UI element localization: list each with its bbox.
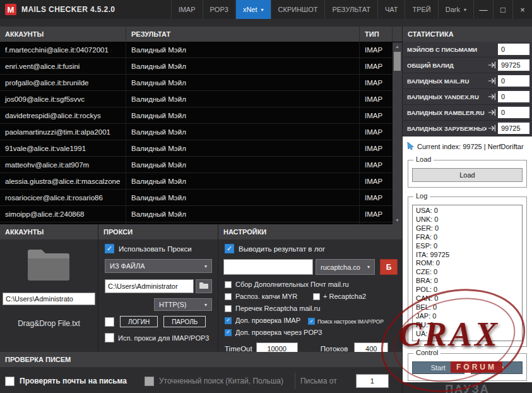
load-groupbox: Load Load	[408, 160, 527, 188]
start-button[interactable]: Start	[412, 361, 464, 374]
log-line: FRA: 0	[416, 233, 519, 242]
imap-pop-search-checkbox[interactable]: ✓	[308, 318, 315, 325]
theme-select[interactable]: Dark ▾	[438, 0, 473, 19]
export-arrow-icon[interactable]	[487, 76, 498, 85]
table-row[interactable]: matteohv@alice.it:at907m Валидный Мэйл I…	[0, 157, 393, 173]
check-icon: ✓	[309, 319, 314, 324]
pause-strip[interactable]: ПАУЗА	[402, 382, 532, 393]
table-row[interactable]: rosariocicer@alice.it:rosario86 Валидный…	[0, 190, 393, 206]
close-button[interactable]: ×	[512, 0, 532, 19]
table-row[interactable]: profgallo@alice.it:brunilde Валидный Мэй…	[0, 75, 393, 91]
stat-label: ВАЛИДНЫХ ЗАРУБЕЖНЫХ	[407, 125, 487, 132]
use-proxy-checkbox[interactable]: ✓	[105, 244, 114, 253]
result-cell: Валидный Мэйл	[126, 42, 360, 57]
menu-tray[interactable]: ТРЕЙ	[405, 0, 437, 19]
recognize-captcha-checkbox[interactable]	[225, 293, 232, 300]
chevron-down-icon: ▾	[204, 302, 207, 308]
folder-icon[interactable]	[27, 246, 72, 284]
menu-chat[interactable]: ЧАТ	[377, 0, 405, 19]
table-row[interactable]: 91vale@alice.it:vale1991 Валидный Мэйл I…	[0, 140, 393, 157]
menu-imap[interactable]: IMAP	[171, 0, 203, 19]
load-button[interactable]: Load	[412, 168, 523, 182]
proxy-protocol-select[interactable]: HTTP(S) ▾	[154, 298, 212, 311]
column-header-type[interactable]: ТИП	[360, 27, 393, 42]
stop-button[interactable]: Stop	[471, 361, 523, 374]
table-row[interactable]: alessia.giustra@alice.it:mascalzone Вали…	[0, 173, 393, 190]
result-cell: Валидный Мэйл	[126, 206, 360, 222]
log-output[interactable]: USA: 0 UNK: 0 GER: 0 FRA: 0 ESP: 0 ITA: …	[412, 205, 523, 341]
stat-value: 0	[498, 75, 529, 87]
recaptcha2-checkbox[interactable]	[313, 293, 320, 300]
table-row[interactable]: jos009@alice.it:sgf5svvc Валидный Мэйл I…	[0, 91, 393, 107]
export-arrow-icon[interactable]	[487, 61, 498, 70]
log-output-checkbox[interactable]: ✓	[225, 244, 234, 253]
collect-extra-mailru-checkbox[interactable]	[225, 281, 232, 288]
log-line: GER: 0	[416, 224, 519, 233]
control-groupbox-label: Control	[413, 349, 440, 356]
export-arrow-icon[interactable]	[487, 92, 498, 101]
type-cell: IMAP	[360, 91, 393, 107]
table-header-row: АККАУНТЫ РЕЗУЛЬТАТ ТИП	[0, 27, 402, 42]
theme-select-label: Dark	[446, 6, 460, 13]
account-cell: 91vale@alice.it:vale1991	[0, 140, 126, 156]
stat-label: ВАЛИДНЫХ MAIL.RU	[407, 78, 487, 85]
proxy-auth-checkbox[interactable]	[105, 317, 114, 327]
table-row[interactable]: enri.vent@alice.it:fusini Валидный Мэйл …	[0, 58, 393, 75]
refined-search-checkbox[interactable]	[145, 377, 154, 386]
stat-value: 0	[498, 91, 529, 102]
result-cell: Валидный Мэйл	[126, 107, 360, 123]
mail-check-header: ПРОВЕРКА ПИСЕМ	[0, 352, 402, 367]
result-cell: Валидный Мэйл	[126, 190, 360, 205]
result-cell: Валидный Мэйл	[126, 91, 360, 107]
scrollbar-thumb[interactable]	[394, 52, 401, 71]
minimize-button[interactable]: —	[473, 0, 493, 19]
maximize-button[interactable]: □	[493, 0, 512, 19]
check-icon: ✓	[226, 318, 230, 323]
captcha-key-input[interactable]	[223, 259, 313, 275]
proxy-file-path-input[interactable]	[105, 279, 194, 293]
proxy-login-button[interactable]: ЛОГИН	[120, 316, 158, 327]
log-groupbox-label: Log	[413, 192, 430, 200]
recheck-recaptcha-checkbox[interactable]	[225, 305, 232, 312]
table-row[interactable]: paolamartinuzzi@tim.it:alpa2001 Валидный…	[0, 124, 393, 140]
scroll-up-icon[interactable]: ▲	[393, 42, 402, 51]
cursor-icon	[407, 142, 414, 151]
account-cell: rosariocicer@alice.it:rosario86	[0, 190, 126, 205]
captcha-service-select[interactable]: rucaptcha.co ▾	[316, 259, 375, 275]
accounts-file-path-input[interactable]	[3, 293, 95, 305]
menu-xnet[interactable]: xNet ▾	[235, 0, 271, 19]
log-line: USA: 0	[416, 207, 519, 215]
letters-from-input[interactable]	[356, 374, 389, 388]
log-line: POL: 0	[416, 286, 519, 294]
browse-proxy-file-button[interactable]	[196, 279, 212, 293]
proxy-source-select[interactable]: ИЗ ФАЙЛА ▾	[105, 259, 212, 273]
column-header-result[interactable]: РЕЗУЛЬТАТ	[126, 27, 360, 42]
export-arrow-icon[interactable]	[487, 124, 498, 133]
type-cell: IMAP	[360, 206, 393, 222]
export-arrow-icon[interactable]	[487, 108, 498, 117]
account-cell: simoipp@alice.it:240868	[0, 206, 126, 222]
menu-pop3[interactable]: POP3	[203, 0, 235, 19]
proxy-password-button[interactable]: ПАРОЛЬ	[163, 316, 206, 327]
check-letters-checkbox[interactable]	[5, 377, 15, 386]
table-row[interactable]: simoipp@alice.it:240868 Валидный Мэйл IM…	[0, 206, 393, 222]
table-row[interactable]: davidetrespidi@alice.it:rockys Валидный …	[0, 107, 393, 124]
load-groupbox-label: Load	[413, 155, 434, 163]
table-row[interactable]: f.martecchini@alice.it:04072001 Валидный…	[0, 42, 393, 58]
menu-result[interactable]: РЕЗУЛЬТАТ	[324, 0, 377, 19]
captcha-balance-button[interactable]: Б	[380, 259, 398, 275]
extra-imap-check-checkbox[interactable]: ✓	[225, 317, 232, 324]
column-header-filler	[393, 27, 402, 42]
scroll-down-icon[interactable]: ▼	[393, 216, 402, 224]
column-header-accounts[interactable]: АККАУНТЫ	[0, 27, 126, 42]
extra-pop3-check-checkbox[interactable]: ✓	[225, 329, 232, 336]
log-line: UA: 0	[416, 330, 519, 339]
result-cell: Валидный Мэйл	[126, 75, 360, 90]
table-scrollbar[interactable]: ▲ ▼	[393, 42, 402, 224]
menu-screenshot[interactable]: СКРИНШОТ	[271, 0, 325, 19]
letters-from-label: Письма от	[300, 377, 337, 385]
use-proxy-for-imap-pop3-checkbox[interactable]	[105, 333, 114, 342]
imap-pop-search-label: Поиск настроек IMAP/POP	[317, 318, 384, 325]
collect-extra-mailru-label: Сбор Дополнительных Почт mail.ru	[235, 281, 349, 288]
right-pane: Current index: 99725 | NerfDoriftar Load…	[402, 136, 532, 382]
